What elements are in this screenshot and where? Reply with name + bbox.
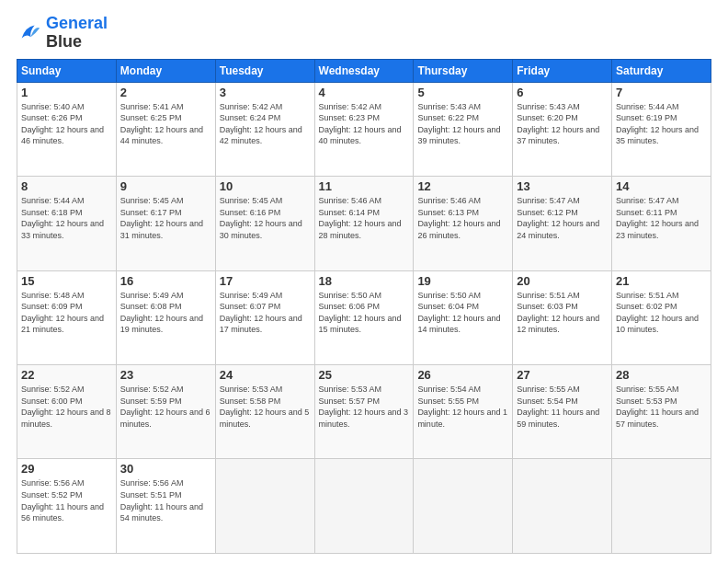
calendar-cell: 7 Sunrise: 5:44 AM Sunset: 6:19 PM Dayli… bbox=[612, 82, 711, 176]
weekday-header-saturday: Saturday bbox=[612, 59, 711, 82]
logo-text: General Blue bbox=[46, 15, 108, 52]
calendar-cell: 5 Sunrise: 5:43 AM Sunset: 6:22 PM Dayli… bbox=[414, 82, 513, 176]
day-number: 28 bbox=[616, 368, 707, 382]
day-number: 9 bbox=[120, 179, 211, 193]
day-number: 22 bbox=[21, 368, 112, 382]
day-number: 30 bbox=[120, 462, 211, 476]
calendar-week-2: 8 Sunrise: 5:44 AM Sunset: 6:18 PM Dayli… bbox=[17, 177, 711, 270]
day-info: Sunrise: 5:53 AM Sunset: 5:57 PM Dayligh… bbox=[319, 384, 410, 430]
day-info: Sunrise: 5:54 AM Sunset: 5:55 PM Dayligh… bbox=[417, 384, 508, 430]
calendar-cell bbox=[314, 459, 414, 554]
calendar-cell: 28 Sunrise: 5:55 AM Sunset: 5:53 PM Dayl… bbox=[612, 365, 711, 459]
calendar-cell: 1 Sunrise: 5:40 AM Sunset: 6:26 PM Dayli… bbox=[17, 82, 117, 176]
day-info: Sunrise: 5:50 AM Sunset: 6:06 PM Dayligh… bbox=[319, 290, 410, 336]
calendar-week-1: 1 Sunrise: 5:40 AM Sunset: 6:26 PM Dayli… bbox=[17, 82, 711, 176]
calendar-week-4: 22 Sunrise: 5:52 AM Sunset: 6:00 PM Dayl… bbox=[17, 365, 711, 459]
day-number: 29 bbox=[21, 462, 112, 476]
day-info: Sunrise: 5:56 AM Sunset: 5:51 PM Dayligh… bbox=[120, 477, 211, 523]
calendar-week-3: 15 Sunrise: 5:48 AM Sunset: 6:09 PM Dayl… bbox=[17, 270, 711, 364]
day-info: Sunrise: 5:45 AM Sunset: 6:17 PM Dayligh… bbox=[120, 195, 211, 241]
day-number: 6 bbox=[517, 86, 608, 99]
day-info: Sunrise: 5:52 AM Sunset: 6:00 PM Dayligh… bbox=[21, 384, 112, 430]
calendar-table: SundayMondayTuesdayWednesdayThursdayFrid… bbox=[17, 59, 711, 554]
day-number: 12 bbox=[417, 179, 508, 193]
day-info: Sunrise: 5:46 AM Sunset: 6:13 PM Dayligh… bbox=[417, 195, 508, 241]
calendar-cell: 21 Sunrise: 5:51 AM Sunset: 6:02 PM Dayl… bbox=[612, 270, 711, 364]
calendar-cell: 30 Sunrise: 5:56 AM Sunset: 5:51 PM Dayl… bbox=[116, 459, 215, 554]
day-info: Sunrise: 5:45 AM Sunset: 6:16 PM Dayligh… bbox=[220, 195, 311, 241]
weekday-header-monday: Monday bbox=[116, 59, 215, 82]
day-info: Sunrise: 5:42 AM Sunset: 6:23 PM Dayligh… bbox=[319, 101, 410, 147]
day-number: 14 bbox=[616, 179, 707, 193]
day-number: 19 bbox=[417, 274, 508, 288]
calendar-cell: 23 Sunrise: 5:52 AM Sunset: 5:59 PM Dayl… bbox=[116, 365, 215, 459]
day-number: 1 bbox=[21, 86, 112, 99]
day-number: 13 bbox=[517, 179, 608, 193]
day-info: Sunrise: 5:51 AM Sunset: 6:02 PM Dayligh… bbox=[616, 290, 707, 336]
day-info: Sunrise: 5:47 AM Sunset: 6:12 PM Dayligh… bbox=[517, 195, 608, 241]
day-info: Sunrise: 5:52 AM Sunset: 5:59 PM Dayligh… bbox=[120, 384, 211, 430]
day-number: 24 bbox=[220, 368, 311, 382]
calendar-cell: 9 Sunrise: 5:45 AM Sunset: 6:17 PM Dayli… bbox=[116, 177, 215, 270]
page: General Blue SundayMondayTuesdayWednesda… bbox=[0, 0, 728, 563]
day-info: Sunrise: 5:43 AM Sunset: 6:22 PM Dayligh… bbox=[417, 101, 508, 147]
calendar-cell: 17 Sunrise: 5:49 AM Sunset: 6:07 PM Dayl… bbox=[215, 270, 314, 364]
calendar-cell: 18 Sunrise: 5:50 AM Sunset: 6:06 PM Dayl… bbox=[314, 270, 414, 364]
calendar-cell: 24 Sunrise: 5:53 AM Sunset: 5:58 PM Dayl… bbox=[215, 365, 314, 459]
calendar-cell bbox=[414, 459, 513, 554]
calendar-cell bbox=[215, 459, 314, 554]
weekday-header-tuesday: Tuesday bbox=[215, 59, 314, 82]
day-info: Sunrise: 5:50 AM Sunset: 6:04 PM Dayligh… bbox=[417, 290, 508, 336]
weekday-header-wednesday: Wednesday bbox=[314, 59, 414, 82]
day-number: 27 bbox=[517, 368, 608, 382]
calendar-cell bbox=[612, 459, 711, 554]
day-info: Sunrise: 5:48 AM Sunset: 6:09 PM Dayligh… bbox=[21, 290, 112, 336]
calendar-cell: 14 Sunrise: 5:47 AM Sunset: 6:11 PM Dayl… bbox=[612, 177, 711, 270]
day-info: Sunrise: 5:42 AM Sunset: 6:24 PM Dayligh… bbox=[220, 101, 311, 147]
day-number: 11 bbox=[319, 179, 410, 193]
day-number: 15 bbox=[21, 274, 112, 288]
calendar-cell: 19 Sunrise: 5:50 AM Sunset: 6:04 PM Dayl… bbox=[414, 270, 513, 364]
day-info: Sunrise: 5:40 AM Sunset: 6:26 PM Dayligh… bbox=[21, 101, 112, 147]
day-info: Sunrise: 5:53 AM Sunset: 5:58 PM Dayligh… bbox=[220, 384, 311, 430]
day-info: Sunrise: 5:51 AM Sunset: 6:03 PM Dayligh… bbox=[517, 290, 608, 336]
day-info: Sunrise: 5:41 AM Sunset: 6:25 PM Dayligh… bbox=[120, 101, 211, 147]
calendar-cell: 2 Sunrise: 5:41 AM Sunset: 6:25 PM Dayli… bbox=[116, 82, 215, 176]
calendar-cell: 20 Sunrise: 5:51 AM Sunset: 6:03 PM Dayl… bbox=[513, 270, 612, 364]
day-info: Sunrise: 5:55 AM Sunset: 5:53 PM Dayligh… bbox=[616, 384, 707, 430]
day-info: Sunrise: 5:44 AM Sunset: 6:18 PM Dayligh… bbox=[21, 195, 112, 241]
day-number: 7 bbox=[616, 86, 707, 99]
day-number: 18 bbox=[319, 274, 410, 288]
calendar-cell: 22 Sunrise: 5:52 AM Sunset: 6:00 PM Dayl… bbox=[17, 365, 117, 459]
calendar-week-5: 29 Sunrise: 5:56 AM Sunset: 5:52 PM Dayl… bbox=[17, 459, 711, 554]
weekday-header-sunday: Sunday bbox=[17, 59, 117, 82]
day-info: Sunrise: 5:47 AM Sunset: 6:11 PM Dayligh… bbox=[616, 195, 707, 241]
day-info: Sunrise: 5:56 AM Sunset: 5:52 PM Dayligh… bbox=[21, 477, 112, 523]
day-number: 4 bbox=[319, 86, 410, 99]
calendar-cell: 27 Sunrise: 5:55 AM Sunset: 5:54 PM Dayl… bbox=[513, 365, 612, 459]
calendar-cell: 11 Sunrise: 5:46 AM Sunset: 6:14 PM Dayl… bbox=[314, 177, 414, 270]
calendar-cell: 16 Sunrise: 5:49 AM Sunset: 6:08 PM Dayl… bbox=[116, 270, 215, 364]
calendar-cell: 10 Sunrise: 5:45 AM Sunset: 6:16 PM Dayl… bbox=[215, 177, 314, 270]
day-number: 21 bbox=[616, 274, 707, 288]
day-number: 8 bbox=[21, 179, 112, 193]
calendar-cell: 12 Sunrise: 5:46 AM Sunset: 6:13 PM Dayl… bbox=[414, 177, 513, 270]
day-number: 20 bbox=[517, 274, 608, 288]
weekday-header-thursday: Thursday bbox=[414, 59, 513, 82]
day-number: 25 bbox=[319, 368, 410, 382]
day-info: Sunrise: 5:55 AM Sunset: 5:54 PM Dayligh… bbox=[517, 384, 608, 430]
calendar-cell: 3 Sunrise: 5:42 AM Sunset: 6:24 PM Dayli… bbox=[215, 82, 314, 176]
calendar-cell: 25 Sunrise: 5:53 AM Sunset: 5:57 PM Dayl… bbox=[314, 365, 414, 459]
calendar-cell: 4 Sunrise: 5:42 AM Sunset: 6:23 PM Dayli… bbox=[314, 82, 414, 176]
logo-icon bbox=[17, 20, 42, 46]
day-number: 16 bbox=[120, 274, 211, 288]
calendar-cell: 13 Sunrise: 5:47 AM Sunset: 6:12 PM Dayl… bbox=[513, 177, 612, 270]
calendar-cell: 6 Sunrise: 5:43 AM Sunset: 6:20 PM Dayli… bbox=[513, 82, 612, 176]
day-number: 3 bbox=[220, 86, 311, 99]
day-number: 2 bbox=[120, 86, 211, 99]
day-info: Sunrise: 5:46 AM Sunset: 6:14 PM Dayligh… bbox=[319, 195, 410, 241]
day-number: 10 bbox=[220, 179, 311, 193]
calendar-cell: 29 Sunrise: 5:56 AM Sunset: 5:52 PM Dayl… bbox=[17, 459, 117, 554]
day-info: Sunrise: 5:49 AM Sunset: 6:08 PM Dayligh… bbox=[120, 290, 211, 336]
calendar-cell: 8 Sunrise: 5:44 AM Sunset: 6:18 PM Dayli… bbox=[17, 177, 117, 270]
